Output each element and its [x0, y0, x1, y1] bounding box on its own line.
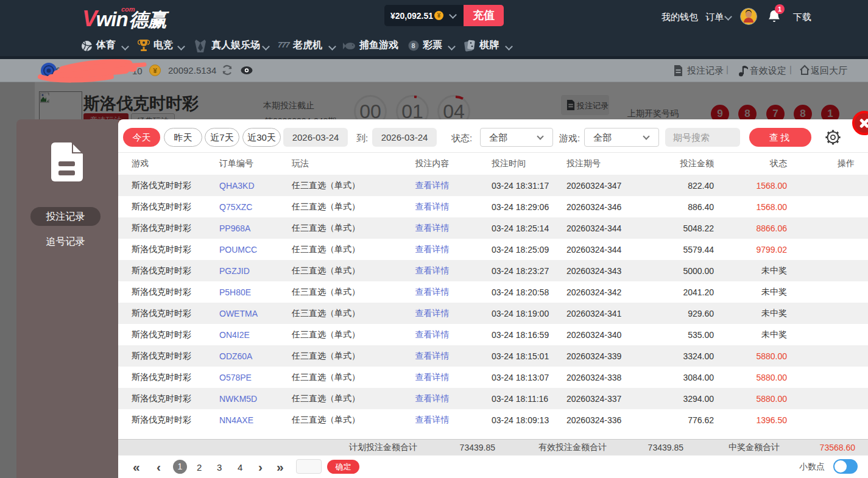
svg-text:8: 8 [412, 42, 415, 49]
